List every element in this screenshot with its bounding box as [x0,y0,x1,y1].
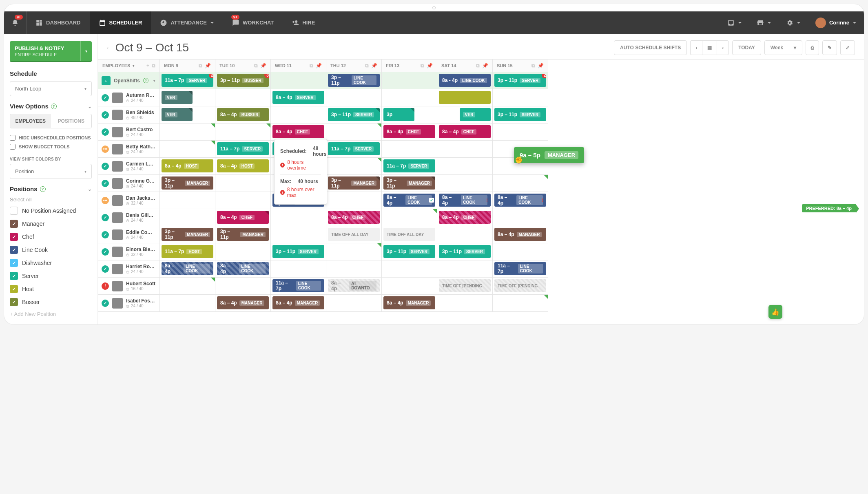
shift-block[interactable]: 11a – 7pSERVER2 [162,74,213,87]
schedule-cell[interactable] [215,124,271,141]
shift-block[interactable]: 8a – 4pLINE COOK [217,262,269,275]
nav-attendance[interactable]: ATTENDANCE [151,11,223,34]
position-filter-row[interactable]: ✓Chef [10,230,92,243]
employee-cell[interactable]: ✓Corinne Garris...24 / 40 [98,175,160,192]
shift-block[interactable]: 3p – 11pMANAGER [383,176,435,190]
shift-block[interactable]: TIME OFF ALL DAY [383,228,435,241]
schedule-select[interactable]: North Loop▾ [10,81,92,96]
schedule-cell[interactable] [326,260,382,278]
shift-block[interactable]: TIME OFF ALL DAY [328,228,380,241]
nav-dashboard[interactable]: DASHBOARD [27,11,90,34]
shift-block[interactable]: 8a – 4pMANAGER [217,296,269,309]
chevron-down-icon[interactable]: ⌄ [88,186,92,192]
schedule-cell[interactable] [271,226,326,243]
schedule-cell[interactable] [493,89,548,106]
employee-cell[interactable]: ✓Autumn Ro...24 / 40 [98,89,160,106]
schedule-cell[interactable] [493,124,548,141]
shift-block[interactable]: 3p – 11pMANAGER [217,228,269,241]
nav-workchat[interactable]: WORKCHAT 9+ [223,11,283,34]
schedule-cell[interactable]: 8a – 4pLINE COOK [215,260,271,278]
shift-block[interactable]: 3p – 11pSERVER2 [494,74,546,87]
schedule-cell[interactable] [437,226,493,243]
shift-block[interactable]: 11a – 7pLINE COOK [272,279,324,292]
schedule-cell[interactable]: 11a – 7pSERVER2 [160,72,215,89]
schedule-cell[interactable]: 8a – 4pLINE COOK [160,260,215,278]
schedule-cell[interactable]: 8a – 4pCHEF [437,209,493,226]
shift-block[interactable]: 3p – 11pSERVER [272,245,324,258]
add-icon[interactable]: + [146,63,149,68]
shift-block[interactable]: 3p – 11pMANAGER [328,176,380,190]
schedule-cell[interactable]: 11a – 7pSERVER [326,141,382,158]
schedule-cell[interactable]: 8a – 4pSERVER [271,89,326,106]
settings-button[interactable] [779,11,808,34]
shift-block[interactable]: 8a – 4pLINE COOK! [439,194,491,207]
shift-block[interactable] [439,91,491,104]
schedule-cell[interactable]: 8a – 4pCHEF [215,209,271,226]
schedule-cell[interactable] [382,89,437,106]
schedule-cell[interactable]: 8a – 4pCHEF [271,124,326,141]
schedule-cell[interactable] [160,278,215,295]
shift-block[interactable]: 8a – 4pCHEF [439,211,491,224]
schedule-cell[interactable]: 8a - 4pLINE COOK [437,72,493,89]
shift-block[interactable]: 8a – 4pMANAGER [383,296,435,309]
schedule-cell[interactable] [493,209,548,226]
chevron-down-icon[interactable]: ⌄ [88,104,92,109]
shift-block[interactable]: TIME OFF [PENDING [494,279,546,292]
schedule-cell[interactable]: 8a – 4pLINE COOK✓ [382,192,437,209]
select-all-positions[interactable]: Select All [10,196,92,203]
schedule-cell[interactable] [215,175,271,192]
dragging-shift[interactable]: 9a – 5p MANAGER [514,147,584,163]
employee-cell[interactable]: ✓Carmen Lowe24 / 40 [98,158,160,175]
edit-button[interactable]: ✎ [822,40,837,55]
schedule-cell[interactable]: 3p – 11pMANAGER [160,226,215,243]
shift-block[interactable]: 8a – 4pMANAGER [272,296,324,309]
employee-cell[interactable]: ✓Elnora Blevins32 / 40 [98,243,160,260]
shift-block[interactable]: 11a – 7pSERVER [383,159,435,172]
schedule-cell[interactable]: 11a – 7pLINE COOK [493,260,548,278]
schedule-cell[interactable] [160,295,215,312]
shift-block[interactable]: 8a – 4pCHEF [328,211,380,224]
schedule-cell[interactable]: 8a – 4pCHEF [382,124,437,141]
schedule-cell[interactable]: VER [437,106,493,124]
shift-block[interactable]: 8a – 4pCHEF [383,125,435,138]
schedule-cell[interactable]: 11a – 7pSERVER [382,158,437,175]
schedule-cell[interactable]: 3p – 11pSERVER [382,243,437,260]
schedule-cell[interactable] [493,295,548,312]
schedule-cell[interactable] [382,141,437,158]
expand-button[interactable]: ⤢ [840,40,855,55]
shift-block[interactable]: 11a – 7pLINE COOK [494,262,546,275]
employee-cell[interactable]: !Hubert Scott16 / 40 [98,278,160,295]
schedule-cell[interactable]: 8a – 4pHOST [215,158,271,175]
schedule-cell[interactable]: 8a – 4pCHEF [326,209,382,226]
schedule-cell[interactable] [382,209,437,226]
schedule-cell[interactable]: VER [160,106,215,124]
schedule-cell[interactable]: 8a – 4pMANAGER [271,295,326,312]
schedule-cell[interactable] [437,89,493,106]
position-filter-row[interactable]: ✓Host [10,282,92,296]
shift-block[interactable]: 3p – 11pMANAGER [162,228,213,241]
schedule-cell[interactable] [326,295,382,312]
employee-cell[interactable]: •••Betty Rathmen24 / 40 [98,141,160,158]
shift-block[interactable]: 8a – 4pMANAGER [494,228,546,241]
publish-dropdown[interactable]: ▾ [80,41,92,61]
schedule-cell[interactable]: 8a – 4pAT DOWNTO [326,278,382,295]
schedule-cell[interactable] [271,106,326,124]
add-position-button[interactable]: + Add New Position [10,311,92,317]
shift-block[interactable]: 3p – 11pSERVER [383,245,435,258]
shift-block[interactable]: 8a – 4pAT DOWNTO [328,279,380,292]
schedule-cell[interactable]: 3p – 11pMANAGER [215,226,271,243]
shift-block[interactable]: 3p – 11pBUSSER3 [217,74,269,87]
employee-cell[interactable]: •••Dan Jackson32 / 40 [98,192,160,209]
inbox-button[interactable] [720,11,749,34]
schedule-cell[interactable] [271,72,326,89]
position-filter-row[interactable]: ✓Server [10,269,92,282]
next-week-button[interactable]: › [717,40,729,55]
notifications-button[interactable]: 9+ [4,11,26,34]
shift-block[interactable]: 3p – 11pSERVER [494,108,546,121]
schedule-cell[interactable] [160,192,215,209]
schedule-cell[interactable] [493,175,548,192]
employee-cell[interactable]: ✓Eddie Combs24 / 40 [98,226,160,243]
schedule-cell[interactable]: 3p – 11pSERVER [326,106,382,124]
schedule-cell[interactable] [215,243,271,260]
position-filter-row[interactable]: ✓Dishwasher [10,256,92,269]
